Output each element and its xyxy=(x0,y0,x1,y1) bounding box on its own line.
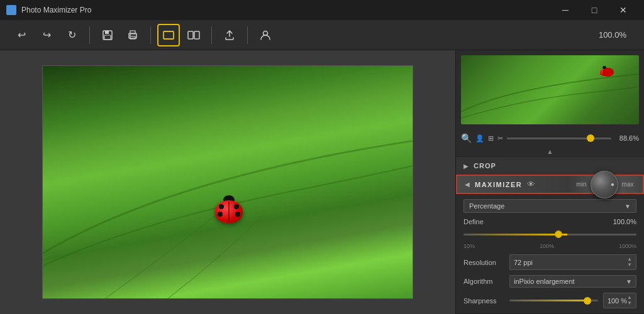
maximize-button[interactable]: □ xyxy=(580,0,609,20)
photo-display xyxy=(43,66,413,298)
maximizer-eye-icon[interactable]: 👁 xyxy=(527,180,535,189)
svg-rect-8 xyxy=(188,31,193,39)
zoom-controls: 🔍 👤 ⊞ ✂ 88.6% xyxy=(456,129,644,147)
maximizer-header[interactable]: ◀ MAXIMIZER 👁 min max xyxy=(457,176,643,193)
ladybug-spot-3 xyxy=(218,212,223,217)
algorithm-row: Algorithm inPixio enlargement ▼ xyxy=(464,275,636,288)
maximizer-label: MAXIMIZER xyxy=(475,181,522,188)
ladybug-spot-1 xyxy=(219,204,224,209)
sharpness-stepper[interactable]: ▲ ▼ xyxy=(627,295,632,306)
crop-arrow-icon: ▶ xyxy=(464,163,469,170)
toolbar-separator-1 xyxy=(89,26,90,44)
export-button[interactable] xyxy=(218,24,241,46)
define-slider-track xyxy=(464,234,636,236)
toolbar-separator-4 xyxy=(247,26,248,44)
resolution-stepper[interactable]: ▲ ▼ xyxy=(627,257,632,268)
algorithm-arrow-icon: ▼ xyxy=(626,278,632,285)
thumbnail-section xyxy=(456,50,644,129)
zoom-out-icon[interactable]: 🔍 xyxy=(461,133,472,143)
crop-label: CROP xyxy=(474,162,496,170)
percentage-dropdown-row: Percentage ▼ xyxy=(464,199,636,213)
percentage-dropdown[interactable]: Percentage ▼ xyxy=(464,199,636,213)
svg-rect-9 xyxy=(194,31,199,39)
resolution-label: Resolution xyxy=(464,259,504,266)
resolution-input[interactable]: 72 ppi ▲ ▼ xyxy=(509,254,636,270)
close-button[interactable]: ✕ xyxy=(609,0,638,20)
maximizer-knob-area: min max xyxy=(567,176,643,193)
define-value: 100.0% xyxy=(613,218,636,225)
undo-alt-button[interactable]: ↪ xyxy=(35,24,58,46)
title-bar: Photo Maximizer Pro ─ □ ✕ xyxy=(0,0,644,20)
algorithm-label: Algorithm xyxy=(464,278,504,285)
zoom-slider-track xyxy=(507,138,611,139)
toolbar-separator-2 xyxy=(150,26,151,44)
svg-rect-7 xyxy=(164,31,174,39)
sharpness-value[interactable]: 100 % ▲ ▼ xyxy=(603,293,636,308)
redo-button[interactable]: ↻ xyxy=(60,24,83,46)
toolbar-separator-3 xyxy=(211,26,212,44)
define-row: Define 100.0% 10% 100% 1000% xyxy=(464,218,636,249)
zoom-crop-icon[interactable]: ✂ xyxy=(497,134,503,143)
undo-button[interactable]: ↩ xyxy=(10,24,33,46)
define-slider-container[interactable] xyxy=(464,228,636,241)
maximizer-arrow-icon: ◀ xyxy=(465,181,470,188)
define-label: Define xyxy=(464,218,484,225)
ladybug-line xyxy=(229,202,230,222)
sharpness-row: Sharpness 100 % ▲ ▼ xyxy=(464,293,636,308)
crop-section-header[interactable]: ▶ CROP xyxy=(456,156,644,175)
svg-rect-2 xyxy=(104,35,111,40)
svg-point-6 xyxy=(130,35,131,36)
slider-labels: 10% 100% 1000% xyxy=(464,243,636,249)
window-controls: ─ □ ✕ xyxy=(551,0,638,20)
max-label: max xyxy=(622,181,634,188)
photo-container xyxy=(42,65,413,299)
zoom-slider-thumb xyxy=(587,134,594,142)
main-area: 🔍 👤 ⊞ ✂ 88.6% ▲ ▶ CROP ◀ MAXIMIZER 👁 xyxy=(0,50,644,314)
sharpness-label: Sharpness xyxy=(464,297,504,305)
resolution-row: Resolution 72 ppi ▲ ▼ xyxy=(464,254,636,270)
define-label-row: Define 100.0% xyxy=(464,218,636,225)
ladybug xyxy=(215,200,243,223)
sharpness-thumb xyxy=(584,297,591,305)
app-icon xyxy=(6,5,16,15)
zoom-fit-icon[interactable]: ⊞ xyxy=(488,134,494,143)
ladybug-spot-2 xyxy=(234,204,239,209)
define-slider-thumb xyxy=(555,230,562,238)
zoom-level: 100.0% xyxy=(599,30,634,40)
collapse-button[interactable]: ▲ xyxy=(456,147,644,156)
title-bar-left: Photo Maximizer Pro xyxy=(6,5,91,15)
save-button[interactable] xyxy=(96,24,119,46)
thumbnail-image xyxy=(461,55,639,124)
minimize-button[interactable]: ─ xyxy=(551,0,580,20)
user-button[interactable] xyxy=(254,24,277,46)
view-split-button[interactable] xyxy=(182,24,205,46)
right-panel: 🔍 👤 ⊞ ✂ 88.6% ▲ ▶ CROP ◀ MAXIMIZER 👁 xyxy=(455,50,644,314)
dropdown-arrow-icon: ▼ xyxy=(625,203,631,210)
print-button[interactable] xyxy=(121,24,144,46)
canvas-area[interactable] xyxy=(0,50,455,314)
ladybug-body xyxy=(215,200,243,223)
svg-rect-1 xyxy=(105,31,109,34)
maximizer-section: ◀ MAXIMIZER 👁 min max xyxy=(456,175,644,194)
sharpness-slider[interactable] xyxy=(509,300,598,301)
view-single-button[interactable] xyxy=(157,24,180,46)
controls-section: Percentage ▼ Define 100.0% 10% 100% xyxy=(456,194,644,313)
zoom-face-icon[interactable]: 👤 xyxy=(475,134,484,143)
algorithm-dropdown[interactable]: inPixio enlargement ▼ xyxy=(509,275,636,288)
maximizer-knob[interactable] xyxy=(591,171,618,198)
zoom-percentage: 88.6% xyxy=(615,134,639,142)
svg-rect-5 xyxy=(130,36,135,39)
zoom-slider[interactable] xyxy=(507,138,611,139)
ladybug-spot-4 xyxy=(235,212,240,217)
min-label: min xyxy=(576,181,586,188)
toolbar: ↩ ↪ ↻ xyxy=(0,20,644,50)
app-title: Photo Maximizer Pro xyxy=(21,6,91,14)
